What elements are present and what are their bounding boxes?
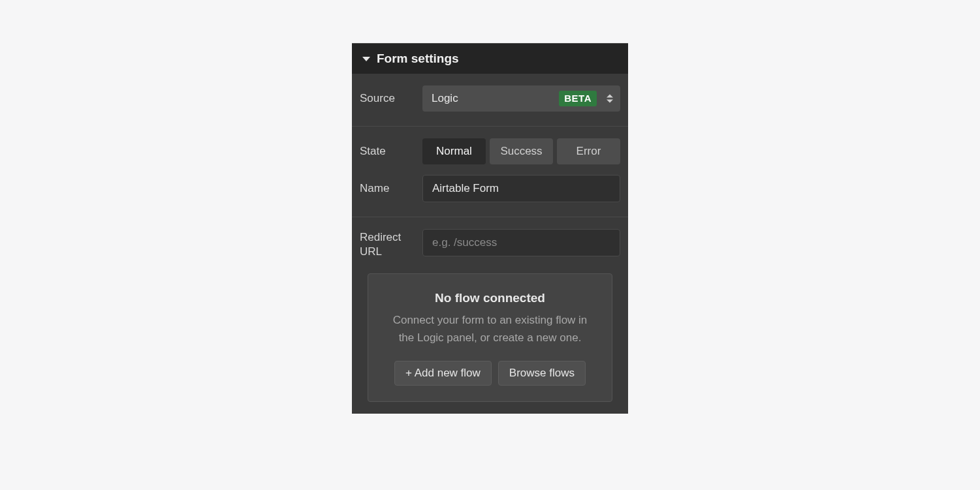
panel-title: Form settings (377, 52, 459, 66)
section-source: Source Logic BETA (352, 74, 628, 127)
form-settings-panel: Form settings Source Logic BETA State No… (352, 43, 628, 414)
section-redirect: Redirect URL No flow connected Connect y… (352, 217, 628, 414)
state-option-success[interactable]: Success (490, 138, 553, 164)
source-selected-value: Logic (432, 92, 458, 105)
caret-down-icon (362, 57, 370, 61)
redirect-label: Redirect URL (360, 229, 416, 259)
select-caret-icon (606, 95, 614, 103)
name-label: Name (360, 182, 416, 195)
state-label: State (360, 145, 416, 158)
browse-flows-button[interactable]: Browse flows (498, 361, 586, 386)
beta-badge: BETA (559, 91, 597, 106)
redirect-url-input[interactable] (422, 229, 620, 256)
flow-description: Connect your form to an existing flow in… (384, 312, 596, 346)
flow-heading: No flow connected (384, 291, 596, 305)
source-select[interactable]: Logic BETA (422, 85, 620, 112)
state-option-error[interactable]: Error (557, 138, 620, 164)
state-option-normal[interactable]: Normal (422, 138, 486, 164)
section-state-name: State Normal Success Error Name (352, 127, 628, 217)
flow-empty-state: No flow connected Connect your form to a… (368, 273, 612, 402)
add-new-flow-button[interactable]: + Add new flow (394, 361, 492, 386)
panel-header[interactable]: Form settings (352, 44, 628, 74)
state-segmented-control: Normal Success Error (422, 138, 620, 164)
source-label: Source (360, 92, 416, 105)
name-input[interactable] (422, 175, 620, 202)
